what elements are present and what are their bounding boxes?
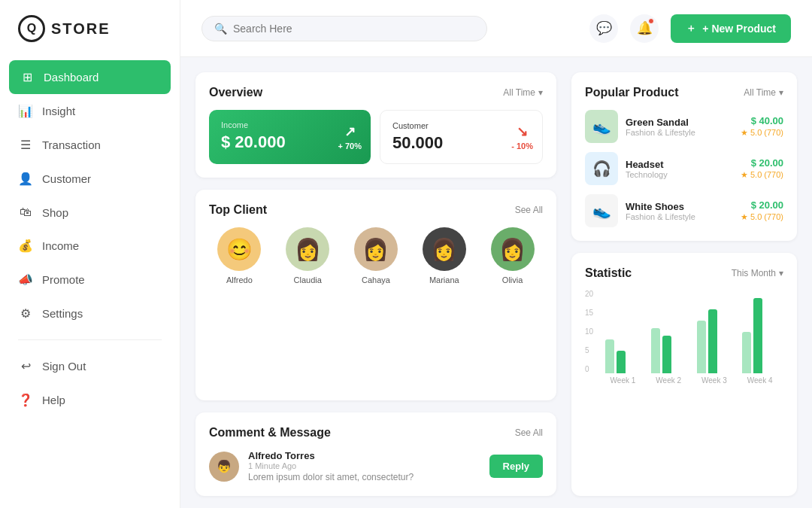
bar-light: [651, 328, 660, 373]
sidebar-item-signout[interactable]: ↩ Sign Out: [0, 349, 180, 383]
sidebar-item-label: Settings: [42, 307, 83, 320]
price-value: $ 40.00: [741, 115, 783, 126]
client-name: Mariana: [429, 275, 459, 284]
product-item[interactable]: 👟 Green Sandal Fashion & Lifestyle $ 40.…: [585, 110, 783, 143]
client-avatar-mariana: 👩: [423, 227, 466, 271]
popular-product-filter[interactable]: All Time ▾: [744, 87, 783, 98]
product-name: Headset: [626, 159, 733, 170]
dashboard-icon: ⊞: [20, 70, 35, 84]
y-label: 5: [585, 347, 593, 354]
product-details: White Shoes Fashion & Lifestyle: [626, 201, 733, 221]
customer-value: 50.000: [392, 133, 530, 153]
sidebar-item-shop[interactable]: 🛍 Shop: [0, 196, 180, 229]
y-axis: 0 5 10 15 20: [585, 291, 593, 373]
overview-title: Overview: [209, 86, 262, 99]
bar-light: [605, 339, 614, 373]
sidebar-item-label: Sign Out: [42, 360, 86, 373]
y-label: 20: [585, 291, 593, 298]
new-product-button[interactable]: ＋ + New Product: [671, 14, 791, 43]
week-group-3: [697, 309, 732, 373]
sidebar-item-label: Insight: [42, 105, 75, 117]
statistic-filter[interactable]: This Month ▾: [732, 268, 783, 278]
product-image-sandal: 👟: [585, 110, 618, 143]
chevron-down-icon: ▾: [779, 268, 783, 278]
customer-change: ↘ - 10%: [511, 123, 533, 151]
chart-inner: Week 1 Week 2 Week 3 Week 4: [599, 291, 783, 385]
right-panel: Popular Product All Time ▾ 👟 Green Sanda…: [571, 72, 797, 496]
sidebar-item-label: Transaction: [42, 138, 101, 151]
bar-light: [697, 321, 706, 373]
week-group-2: [651, 328, 686, 373]
promote-icon: 📣: [18, 272, 33, 287]
sidebar-item-transaction[interactable]: ☰ Transaction: [0, 128, 180, 162]
sidebar-item-settings[interactable]: ⚙ Settings: [0, 297, 180, 330]
bar-dark: [617, 351, 626, 373]
product-price: $ 20.00 ★ 5.0 (770): [741, 157, 783, 180]
main-panel: 🔍 💬 🔔 ＋ + New Product Overview: [180, 0, 812, 508]
sidebar-item-income[interactable]: 💰 Income: [0, 229, 180, 263]
client-item[interactable]: 👩 Claudia: [277, 227, 338, 284]
sidebar-item-customer[interactable]: 👤 Customer: [0, 162, 180, 196]
logo-text: STORE: [51, 20, 111, 38]
client-name: Alfredo: [226, 275, 253, 284]
overview-filter[interactable]: All Time ▾: [503, 87, 543, 98]
sidebar-item-label: Dashboard: [44, 71, 98, 84]
product-item[interactable]: 👟 White Shoes Fashion & Lifestyle $ 20.0…: [585, 194, 783, 227]
product-name: White Shoes: [626, 201, 733, 212]
statistic-header: Statistic This Month ▾: [585, 266, 783, 280]
sidebar-item-dashboard[interactable]: ⊞ Dashboard: [9, 60, 171, 94]
bar-dark: [662, 336, 671, 373]
popular-product-title: Popular Product: [585, 86, 678, 99]
client-avatar-alfredo: 😊: [217, 227, 261, 271]
comment-info: Alfredo Torres 1 Minute Ago Lorem ipsum …: [248, 450, 480, 482]
comment-time: 1 Minute Ago: [248, 461, 480, 470]
product-name: Green Sandal: [626, 117, 733, 128]
sidebar-item-insight[interactable]: 📊 Insight: [0, 94, 180, 128]
bar-dark: [753, 298, 762, 373]
sidebar: Q STORE ⊞ Dashboard 📊 Insight ☰ Transact…: [0, 0, 180, 508]
sidebar-item-promote[interactable]: 📣 Promote: [0, 263, 180, 297]
client-name: Olivia: [502, 275, 523, 284]
sidebar-item-label: Shop: [42, 206, 68, 219]
nav-divider: [18, 339, 162, 340]
chat-button[interactable]: 💬: [589, 14, 618, 43]
product-price: $ 20.00 ★ 5.0 (770): [741, 199, 783, 222]
reply-button[interactable]: Reply: [489, 455, 543, 478]
logo-area: Q STORE: [0, 15, 180, 60]
product-item[interactable]: 🎧 Headset Technology $ 20.00 ★ 5.0 (770): [585, 152, 783, 185]
clients-row: 😊 Alfredo 👩 Claudia 👩 Cahaya 👩 Mariana: [209, 227, 543, 284]
trend-down-icon: ↘: [517, 123, 528, 140]
search-input[interactable]: [233, 23, 474, 35]
income-icon: 💰: [18, 239, 33, 253]
client-item[interactable]: 👩 Cahaya: [346, 227, 407, 284]
chevron-down-icon: ▾: [538, 87, 543, 98]
comment-message-card: Comment & Message See All 👦 Alfredo Torr…: [195, 412, 556, 496]
top-client-see-all[interactable]: See All: [515, 205, 543, 215]
income-change: ↗ + 70%: [338, 123, 362, 151]
bar-light: [742, 332, 751, 373]
price-value: $ 20.00: [741, 199, 783, 211]
customer-icon: 👤: [18, 172, 33, 186]
chart-wrap: 0 5 10 15 20: [585, 291, 783, 385]
chevron-down-icon: ▾: [779, 87, 783, 98]
notification-button[interactable]: 🔔: [630, 14, 659, 43]
comment-see-all[interactable]: See All: [515, 427, 543, 438]
client-item[interactable]: 😊 Alfredo: [209, 227, 270, 284]
transaction-icon: ☰: [18, 138, 33, 152]
comment-row: 👦 Alfredo Torres 1 Minute Ago Lorem ipsu…: [209, 450, 543, 482]
comment-text: Lorem ipsum dolor sit amet, consectetur?: [248, 472, 480, 482]
stats-row: Income $ 20.000 ↗ + 70% Customer 50.000 …: [209, 110, 543, 164]
search-box[interactable]: 🔍: [201, 16, 487, 41]
top-client-title: Top Client: [209, 203, 267, 217]
sidebar-item-help[interactable]: ❓ Help: [0, 383, 180, 417]
overview-card: Overview All Time ▾ Income $ 20.000 ↗ + …: [195, 72, 556, 178]
client-item[interactable]: 👩 Mariana: [414, 227, 474, 284]
sidebar-item-label: Help: [42, 394, 65, 406]
comment-title: Comment & Message: [209, 426, 331, 440]
client-item[interactable]: 👩 Olivia: [482, 227, 543, 284]
content-area: Overview All Time ▾ Income $ 20.000 ↗ + …: [180, 57, 812, 508]
week-label: Week 1: [605, 376, 641, 385]
header-icons: 💬 🔔 ＋ + New Product: [589, 14, 791, 43]
comment-avatar: 👦: [209, 452, 239, 482]
price-rating: ★ 5.0 (770): [741, 212, 783, 222]
